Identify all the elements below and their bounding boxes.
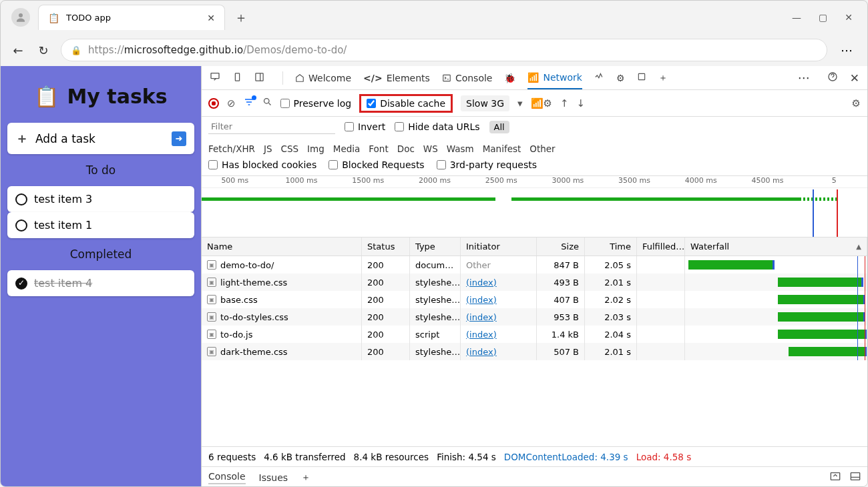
close-window-button[interactable]: ✕ (845, 12, 853, 23)
help-icon[interactable] (827, 71, 838, 84)
svg-rect-2 (235, 73, 239, 80)
network-overview[interactable]: 500 ms1000 ms1500 ms2000 ms2500 ms3000 m… (202, 176, 867, 237)
disable-cache-checkbox[interactable]: Disable cache (359, 94, 453, 113)
completed-item[interactable]: test item 4 (7, 270, 194, 296)
plus-icon: ＋ (15, 129, 29, 147)
drawer-add-tab[interactable]: ＋ (301, 472, 310, 484)
new-tab-button[interactable]: ＋ (234, 9, 248, 27)
export-har-icon[interactable]: ↓ (577, 97, 586, 109)
summary-requests: 6 requests (208, 452, 256, 462)
filter-type[interactable]: Img (307, 143, 324, 154)
memory-icon[interactable]: ⚙ (616, 73, 625, 83)
table-row[interactable]: ▣base.css200styleshe…(index)407 B2.02 s (202, 291, 867, 308)
checkbox-icon[interactable] (15, 193, 27, 205)
task-label: test item 4 (34, 277, 92, 290)
filter-all[interactable]: All (489, 121, 509, 133)
initiator-link[interactable]: (index) (466, 312, 497, 322)
filter-type[interactable]: Media (333, 143, 361, 154)
table-row[interactable]: ▣demo-to-do/200docum…Other847 B2.05 s (202, 256, 867, 274)
table-row[interactable]: ▣dark-theme.css200styleshe…(index)507 B2… (202, 343, 867, 360)
table-row[interactable]: ▣to-do-styles.css200styleshe…(index)953 … (202, 308, 867, 326)
todo-item[interactable]: test item 1 (7, 212, 194, 238)
filter-type[interactable]: Wasm (447, 143, 474, 154)
col-type: Type (410, 237, 461, 256)
completed-section-header: Completed (7, 244, 194, 265)
network-conditions-icon[interactable]: 📶⚙ (531, 97, 552, 109)
maximize-button[interactable]: ▢ (819, 12, 827, 23)
devtools-close-button[interactable]: ✕ (850, 71, 859, 85)
todo-item[interactable]: test item 3 (7, 186, 194, 212)
filter-type[interactable]: CSS (281, 143, 299, 154)
svg-rect-1 (211, 73, 219, 79)
drawer-dock-icon[interactable] (850, 472, 861, 483)
blocked-requests-checkbox[interactable]: Blocked Requests (329, 159, 424, 170)
device-icon[interactable] (232, 72, 242, 84)
filter-type[interactable]: Font (369, 143, 388, 154)
drawer-tab-console[interactable]: Console (208, 471, 246, 484)
preserve-log-checkbox[interactable]: Preserve log (280, 98, 352, 109)
minimize-button[interactable]: — (792, 12, 801, 23)
svg-rect-9 (831, 473, 839, 480)
wifi-icon: 📶 (527, 72, 539, 83)
tab-console[interactable]: Console (442, 66, 493, 89)
more-tabs-button[interactable]: ＋ (658, 72, 668, 84)
throttling-dropdown-icon[interactable]: ▾ (517, 97, 523, 109)
checkbox-icon[interactable] (15, 219, 27, 231)
timeline-tick: 5 (801, 176, 867, 187)
submit-task-button[interactable]: ➜ (172, 131, 186, 146)
address-bar[interactable]: 🔒 https://microsoftedge.github.io/Demos/… (61, 39, 827, 61)
network-settings-icon[interactable]: ⚙ (852, 97, 861, 109)
dock-icon[interactable] (254, 72, 264, 84)
invert-checkbox[interactable]: Invert (345, 121, 385, 132)
initiator-link[interactable]: (index) (466, 295, 497, 305)
debugger-icon[interactable]: 🐞 (504, 73, 515, 83)
record-button[interactable] (208, 98, 219, 109)
third-party-checkbox[interactable]: 3rd-party requests (437, 159, 537, 170)
initiator-link[interactable]: (index) (466, 278, 497, 288)
filter-input[interactable] (208, 119, 335, 134)
throttling-preset[interactable]: Slow 3G (461, 95, 509, 111)
task-label: test item 3 (34, 193, 92, 205)
drawer-tab-issues[interactable]: Issues (259, 472, 288, 483)
search-icon[interactable] (262, 97, 272, 109)
network-table: Name Status Type Initiator Size Time Ful… (202, 237, 867, 446)
clear-button[interactable]: ⊘ (227, 97, 236, 109)
application-icon[interactable] (637, 72, 646, 83)
filter-type[interactable]: Manifest (483, 143, 521, 154)
filter-type[interactable]: Fetch/XHR (208, 143, 255, 154)
toolbar: ← ↻ 🔒 https://microsoftedge.github.io/De… (1, 34, 867, 66)
network-toolbar: ⊘ Preserve log Disable cache Slow 3G ▾ 📶… (202, 90, 867, 117)
tab-elements[interactable]: </>Elements (363, 66, 430, 89)
browser-menu-button[interactable]: ⋯ (837, 43, 858, 57)
filter-type[interactable]: Doc (397, 143, 415, 154)
todo-section-header: To do (7, 159, 194, 181)
table-row[interactable]: ▣light-theme.css200styleshe…(index)493 B… (202, 274, 867, 291)
filter-type[interactable]: WS (423, 143, 438, 154)
file-icon: ▣ (207, 347, 216, 356)
filter-type[interactable]: JS (264, 143, 272, 154)
blocked-cookies-checkbox[interactable]: Has blocked cookies (208, 159, 316, 170)
table-row[interactable]: ▣to-do.js200script(index)1.4 kB2.04 s (202, 326, 867, 343)
profile-avatar[interactable] (11, 8, 30, 27)
timeline-tick: 1500 ms (335, 176, 401, 187)
tab-welcome[interactable]: Welcome (295, 66, 351, 89)
tab-close-icon[interactable]: ✕ (207, 13, 215, 23)
browser-tab[interactable]: 📋 TODO app ✕ (38, 5, 225, 30)
import-har-icon[interactable]: ↑ (560, 97, 569, 109)
initiator-link[interactable]: (index) (466, 347, 497, 357)
add-task-card[interactable]: ＋ Add a task ➜ (7, 123, 194, 154)
initiator-link[interactable]: (index) (466, 330, 497, 340)
checkbox-checked-icon[interactable] (15, 278, 27, 290)
table-header[interactable]: Name Status Type Initiator Size Time Ful… (202, 237, 867, 256)
inspect-icon[interactable] (210, 71, 220, 84)
back-button[interactable]: ← (10, 43, 26, 57)
drawer-expand-icon[interactable] (830, 472, 841, 483)
hide-data-urls-checkbox[interactable]: Hide data URLs (395, 121, 479, 132)
task-label: test item 1 (34, 219, 92, 231)
refresh-button[interactable]: ↻ (35, 43, 51, 57)
performance-icon[interactable] (594, 72, 604, 84)
filter-toggle-icon[interactable] (244, 97, 254, 110)
tab-network[interactable]: 📶Network (527, 66, 582, 89)
devtools-more-button[interactable]: ⋯ (794, 71, 815, 85)
filter-type[interactable]: Other (529, 143, 555, 154)
